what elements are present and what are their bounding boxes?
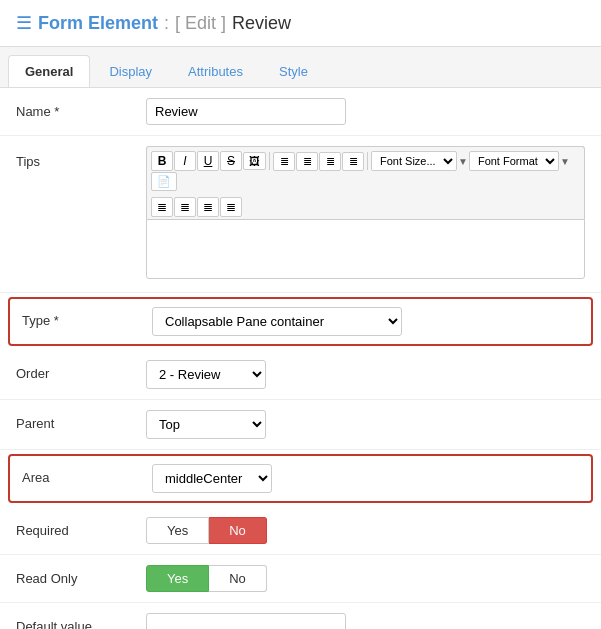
header-record-name: Review xyxy=(232,13,291,34)
required-label: Required xyxy=(16,517,146,538)
code-button[interactable]: ≣ xyxy=(342,152,364,171)
readonly-no-button[interactable]: No xyxy=(209,565,267,592)
order-row: Order 2 - Review 1 - General xyxy=(0,350,601,400)
area-control: middleCenter topLeft bottomRight xyxy=(152,464,579,493)
alignment-toolbar: ≣ ≣ ≣ ≣ xyxy=(146,195,585,219)
parent-label: Parent xyxy=(16,410,146,431)
tab-bar: General Display Attributes Style xyxy=(0,47,601,88)
toolbar-separator-1 xyxy=(269,152,270,170)
area-label: Area xyxy=(22,464,152,485)
align-right-button[interactable]: ≣ xyxy=(197,197,219,217)
tips-label: Tips xyxy=(16,146,146,169)
align-center-button[interactable]: ≣ xyxy=(174,197,196,217)
order-select[interactable]: 2 - Review 1 - General xyxy=(146,360,266,389)
tips-editor: B I U S 🖼 ≣ ≣ ≣ ≣ Font Size... ▼ xyxy=(146,146,585,282)
type-label: Type * xyxy=(22,307,152,328)
default-value-input[interactable] xyxy=(146,613,346,629)
toolbar-separator-2 xyxy=(367,152,368,170)
header-separator: : xyxy=(164,13,169,34)
align-justify-button[interactable]: ≣ xyxy=(220,197,242,217)
required-control: Yes No xyxy=(146,517,585,544)
header-icon: ☰ xyxy=(16,12,32,34)
parent-control: Top None xyxy=(146,410,585,439)
header-title: Form Element xyxy=(38,13,158,34)
name-row: Name * xyxy=(0,88,601,136)
readonly-row: Read Only Yes No xyxy=(0,555,601,603)
image-button[interactable]: 🖼 xyxy=(243,152,266,170)
font-size-arrow: ▼ xyxy=(458,156,468,167)
default-value-label: Default value xyxy=(16,613,146,629)
order-control: 2 - Review 1 - General xyxy=(146,360,585,389)
required-yes-button[interactable]: Yes xyxy=(146,517,209,544)
required-row: Required Yes No xyxy=(0,507,601,555)
order-label: Order xyxy=(16,360,146,381)
tab-attributes[interactable]: Attributes xyxy=(171,55,260,87)
readonly-yes-button[interactable]: Yes xyxy=(146,565,209,592)
align-left-button[interactable]: ≣ xyxy=(151,197,173,217)
tips-row: Tips B I U S 🖼 ≣ ≣ ≣ ≣ Font Size... xyxy=(0,136,601,293)
type-control: Collapsable Pane container Tab container… xyxy=(152,307,579,336)
readonly-btn-group: Yes No xyxy=(146,565,585,592)
required-btn-group: Yes No xyxy=(146,517,585,544)
area-select[interactable]: middleCenter topLeft bottomRight xyxy=(152,464,272,493)
default-value-row: Default value xyxy=(0,603,601,629)
page-header: ☰ Form Element : [ Edit ] Review xyxy=(0,0,601,47)
name-label: Name * xyxy=(16,98,146,119)
blockquote-button[interactable]: ≣ xyxy=(319,152,341,171)
parent-select[interactable]: Top None xyxy=(146,410,266,439)
type-select[interactable]: Collapsable Pane container Tab container… xyxy=(152,307,402,336)
name-input[interactable] xyxy=(146,98,346,125)
font-size-select[interactable]: Font Size... xyxy=(371,151,457,171)
font-format-select[interactable]: Font Format xyxy=(469,151,559,171)
italic-button[interactable]: I xyxy=(174,151,196,171)
tips-textarea[interactable] xyxy=(146,219,585,279)
bold-button[interactable]: B xyxy=(151,151,173,171)
parent-row: Parent Top None xyxy=(0,400,601,450)
required-no-button[interactable]: No xyxy=(209,517,267,544)
header-edit: [ Edit ] xyxy=(175,13,226,34)
list-ol-button[interactable]: ≣ xyxy=(296,152,318,171)
strike-button[interactable]: S xyxy=(220,151,242,171)
readonly-label: Read Only xyxy=(16,565,146,586)
tab-general[interactable]: General xyxy=(8,55,90,87)
form-body: Name * Tips B I U S 🖼 ≣ ≣ ≣ ≣ xyxy=(0,88,601,629)
tab-display[interactable]: Display xyxy=(92,55,169,87)
tips-toolbar: B I U S 🖼 ≣ ≣ ≣ ≣ Font Size... ▼ xyxy=(146,146,585,195)
tab-style[interactable]: Style xyxy=(262,55,325,87)
underline-button[interactable]: U xyxy=(197,151,219,171)
default-value-control xyxy=(146,613,585,629)
area-row: Area middleCenter topLeft bottomRight xyxy=(8,454,593,503)
readonly-control: Yes No xyxy=(146,565,585,592)
type-row: Type * Collapsable Pane container Tab co… xyxy=(8,297,593,346)
name-control xyxy=(146,98,585,125)
font-format-arrow: ▼ xyxy=(560,156,570,167)
source-button[interactable]: 📄 xyxy=(151,172,177,191)
list-ul-button[interactable]: ≣ xyxy=(273,152,295,171)
